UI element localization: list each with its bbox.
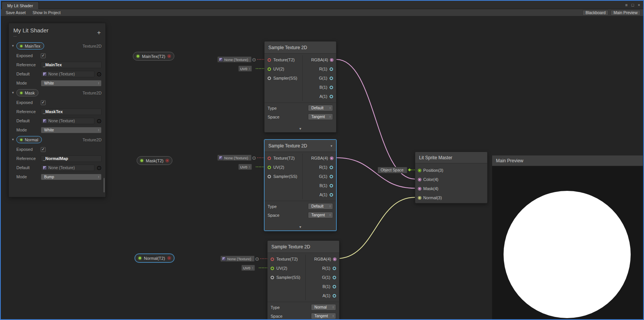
- port-rgba[interactable]: RGBA(4): [303, 55, 336, 64]
- node-header[interactable]: Sample Texture 2D ▾: [265, 140, 336, 152]
- uv-channel-dropdown[interactable]: UV0 ↕: [241, 265, 255, 271]
- uv-port-icon[interactable]: [271, 267, 274, 270]
- texture-output-port[interactable]: [168, 257, 171, 259]
- uv-port-icon[interactable]: [268, 67, 271, 71]
- collapse-toggle[interactable]: ▾: [265, 223, 336, 230]
- texture-port-icon[interactable]: [271, 258, 274, 261]
- mode-dropdown[interactable]: White ↕: [41, 127, 102, 133]
- default-object-field[interactable]: None (Texture): [41, 71, 94, 77]
- save-asset-button[interactable]: Save Asset: [2, 9, 29, 16]
- rgba-port-icon[interactable]: [333, 258, 336, 261]
- object-picker-icon[interactable]: ⊙: [255, 256, 259, 261]
- rgba-port-icon[interactable]: [330, 59, 333, 61]
- window-tab[interactable]: My Lit Shader: [2, 2, 39, 9]
- menu-icon[interactable]: ≡: [625, 3, 627, 7]
- foldout-open-icon[interactable]: ▼: [11, 44, 14, 48]
- object-picker-icon[interactable]: ⊙: [97, 70, 102, 78]
- port-g[interactable]: G(1): [303, 74, 336, 83]
- property-node-maintex[interactable]: MainTex(T2): [133, 52, 174, 61]
- normal-port-icon[interactable]: [418, 197, 421, 199]
- port-color[interactable]: Color(4): [415, 175, 487, 184]
- port-texture[interactable]: Texture(T2): [265, 154, 302, 163]
- port-a[interactable]: A(1): [303, 92, 336, 101]
- texture-output-port[interactable]: [168, 55, 171, 58]
- uv-port-icon[interactable]: [268, 166, 271, 169]
- node-header[interactable]: Sample Texture 2D: [265, 42, 336, 54]
- r-port-icon[interactable]: [330, 166, 333, 169]
- object-picker-icon[interactable]: ⊙: [252, 155, 256, 160]
- g-port-icon[interactable]: [330, 77, 333, 80]
- r-port-icon[interactable]: [330, 67, 333, 71]
- chevron-down-icon[interactable]: ▾: [330, 144, 332, 148]
- property-header[interactable]: ▼ Mask Texture2D: [9, 88, 105, 98]
- port-position[interactable]: Position(3): [415, 166, 487, 175]
- blackboard-toggle-button[interactable]: Blackboard: [582, 10, 609, 16]
- property-pill-normal[interactable]: Normal: [16, 136, 42, 143]
- type-dropdown[interactable]: Default↕: [308, 203, 333, 210]
- g-port-icon[interactable]: [330, 175, 333, 178]
- port-a[interactable]: A(1): [306, 291, 339, 300]
- property-header[interactable]: ▼ MainTex Texture2D: [9, 41, 105, 51]
- port-b[interactable]: B(1): [306, 282, 339, 291]
- mode-dropdown[interactable]: Bump ↕: [41, 174, 102, 180]
- foldout-open-icon[interactable]: ▼: [11, 138, 14, 141]
- type-dropdown[interactable]: Normal↕: [311, 304, 336, 310]
- space-dropdown[interactable]: Tangent↕: [308, 114, 333, 120]
- object-picker-icon[interactable]: ⊙: [97, 117, 102, 125]
- property-pill-maintex[interactable]: MainTex: [16, 42, 44, 50]
- main-preview-body[interactable]: [492, 166, 643, 320]
- maximize-icon[interactable]: □: [631, 3, 634, 7]
- foldout-open-icon[interactable]: ▼: [11, 91, 14, 94]
- property-pill-mask[interactable]: Mask: [16, 89, 38, 96]
- texture-output-port[interactable]: [166, 159, 169, 162]
- mask-port-icon[interactable]: [418, 187, 421, 190]
- lit-sprite-master-node[interactable]: Lit Sprite Master Position(3) Color(4) M…: [415, 152, 488, 203]
- close-icon[interactable]: ×: [638, 3, 640, 7]
- blackboard-scrollbar[interactable]: [104, 178, 105, 192]
- exposed-checkbox[interactable]: ✓: [41, 53, 46, 58]
- port-r[interactable]: R(1): [303, 163, 336, 172]
- port-rgba[interactable]: RGBA(4): [306, 254, 339, 264]
- port-sampler[interactable]: Sampler(SS): [268, 273, 305, 282]
- object-picker-icon[interactable]: ⊙: [252, 57, 256, 62]
- position-port-icon[interactable]: [418, 169, 421, 172]
- sampler-port-icon[interactable]: [271, 276, 274, 279]
- port-normal[interactable]: Normal(3): [415, 193, 487, 202]
- show-in-project-button[interactable]: Show In Project: [29, 9, 64, 16]
- port-r[interactable]: R(1): [303, 64, 336, 74]
- port-sampler[interactable]: Sampler(SS): [265, 172, 302, 181]
- port-texture[interactable]: Texture(T2): [265, 55, 302, 64]
- texture-default-slot[interactable]: None (Texture): [217, 155, 252, 161]
- port-texture[interactable]: Texture(T2): [268, 254, 305, 264]
- reference-field[interactable]: _NormalMap: [41, 155, 102, 162]
- node-header[interactable]: Lit Sprite Master: [415, 152, 487, 163]
- property-node-normal[interactable]: Normal(T2): [135, 254, 174, 262]
- sampler-port-icon[interactable]: [268, 175, 271, 178]
- sample-texture-2d-node-1[interactable]: Sample Texture 2D Texture(T2) UV(2) Samp…: [264, 41, 336, 133]
- color-port-icon[interactable]: [418, 178, 421, 181]
- add-property-button[interactable]: +: [97, 29, 101, 36]
- default-object-field[interactable]: None (Texture): [41, 165, 94, 171]
- b-port-icon[interactable]: [330, 184, 333, 187]
- port-r[interactable]: R(1): [306, 264, 339, 273]
- g-port-icon[interactable]: [333, 276, 336, 279]
- main-preview-toggle-button[interactable]: Main Preview: [611, 10, 641, 16]
- b-port-icon[interactable]: [330, 86, 333, 89]
- port-b[interactable]: B(1): [303, 181, 336, 190]
- object-picker-icon[interactable]: ⊙: [97, 164, 102, 171]
- rgba-port-icon[interactable]: [330, 157, 333, 160]
- uv-channel-dropdown[interactable]: UV0 ↕: [238, 164, 252, 170]
- default-object-field[interactable]: None (Texture): [41, 118, 94, 124]
- texture-port-icon[interactable]: [268, 58, 271, 62]
- property-header[interactable]: ▼ Normal Texture2D: [9, 134, 105, 145]
- exposed-checkbox[interactable]: ✓: [41, 147, 46, 152]
- property-node-mask[interactable]: Mask(T2): [137, 156, 172, 165]
- a-port-icon[interactable]: [330, 95, 333, 98]
- sample-texture-2d-node-3[interactable]: Sample Texture 2D Texture(T2) UV(2) Samp…: [267, 240, 340, 320]
- reference-field[interactable]: _MainTex: [41, 62, 102, 68]
- port-mask[interactable]: Mask(4): [415, 184, 487, 193]
- node-header[interactable]: Sample Texture 2D: [268, 241, 339, 253]
- a-port-icon[interactable]: [330, 193, 333, 197]
- a-port-icon[interactable]: [333, 294, 336, 298]
- b-port-icon[interactable]: [333, 285, 336, 288]
